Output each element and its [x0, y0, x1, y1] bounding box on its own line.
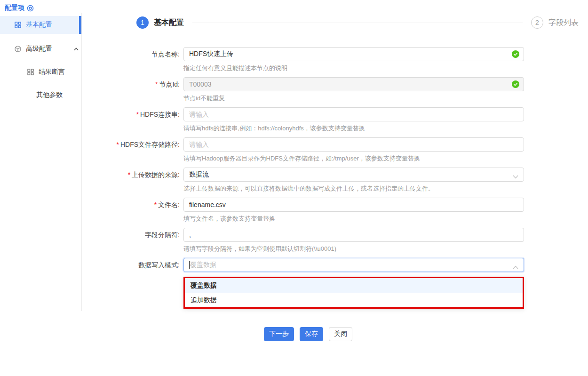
upload-source-select[interactable]: 数据流: [183, 168, 524, 182]
field-help: 请填写字段分隔符，如果为空则使用默认切割符(\\u0001): [183, 245, 524, 253]
delimiter-input[interactable]: [183, 228, 524, 242]
required-mark: *: [154, 201, 157, 208]
target-icon: [27, 5, 34, 12]
field-label: 数据写入模式:: [82, 258, 183, 309]
success-check-icon: [512, 80, 519, 88]
write-mode-select[interactable]: 覆盖数据: [183, 258, 524, 272]
field-label: *文件名:: [82, 198, 183, 223]
required-mark: *: [136, 111, 139, 118]
label-text: HDFS文件存储路径:: [120, 141, 180, 148]
dropdown-option-overwrite[interactable]: 覆盖数据: [185, 278, 523, 293]
form-footer: 下一步 保存 关闭: [264, 327, 529, 341]
label-text: 节点Id:: [159, 80, 180, 88]
step-label: 基本配置: [154, 18, 184, 28]
required-mark: *: [128, 171, 130, 178]
hdfs-connection-input[interactable]: [183, 107, 524, 121]
close-button[interactable]: 关闭: [329, 327, 352, 341]
basic-config-form: 节点名称: 指定任何有意义且能描述本节点的说明 *节点Id:: [82, 47, 529, 341]
field-upload-source: *上传数据的来源: 数据流 选择上传数据的来源，可以直接将数据流中的数据写成文件…: [82, 168, 529, 193]
step-number: 2: [531, 16, 543, 29]
field-help: 指定任何有意义且能描述本节点的说明: [183, 64, 524, 72]
dropdown-option-append[interactable]: 追加数据: [185, 293, 523, 307]
config-header-title: 配置项: [5, 4, 24, 12]
save-button[interactable]: 保存: [300, 327, 323, 341]
sidebar-item-label: 结果断言: [39, 68, 65, 76]
steps-bar: 1 基本配置 2 字段列表: [136, 16, 579, 29]
field-hdfs-path: *HDFS文件存储路径: 请填写Hadoop服务器目录作为HDFS文件存储路径，…: [82, 137, 529, 163]
sidebar: 基本配置 高级配置 结果断言 其他参数: [0, 13, 82, 311]
success-check-icon: [512, 50, 519, 58]
step-number: 1: [136, 16, 149, 29]
write-mode-dropdown-annotation-highlight: 覆盖数据 追加数据: [183, 277, 524, 309]
sidebar-item-result-assertion[interactable]: 结果断言: [0, 65, 81, 79]
field-help: 节点id不能重复: [183, 94, 524, 103]
option-label: 覆盖数据: [191, 281, 217, 290]
field-help: 请填写hdfs的连接串,例如：hdfs://colonyhdfs，该参数支持变量…: [183, 124, 524, 133]
config-section-header: 配置项: [5, 4, 34, 12]
grid-icon: [15, 22, 21, 28]
label-text: 文件名:: [158, 201, 180, 208]
field-help: 选择上传数据的来源，可以直接将数据流中的数据写成文件上传，或者选择指定的上传文件…: [183, 184, 524, 193]
label-text: 上传数据的来源:: [132, 171, 180, 178]
chevron-down-icon: [513, 173, 518, 180]
select-value: 数据流: [189, 170, 209, 179]
hdfs-path-input[interactable]: [183, 137, 524, 152]
text-cursor: [189, 261, 190, 269]
field-label: *上传数据的来源:: [82, 168, 183, 193]
field-write-mode: 数据写入模式: 覆盖数据 覆盖数据 追加数据: [82, 258, 529, 309]
field-delimiter: 字段分隔符: 请填写字段分隔符，如果为空则使用默认切割符(\\u0001): [82, 228, 529, 253]
field-help: 填写文件名，该参数支持变量替换: [183, 215, 524, 223]
field-hdfs-connection: *HDFS连接串: 请填写hdfs的连接串,例如：hdfs://colonyhd…: [82, 107, 529, 133]
field-node-name: 节点名称: 指定任何有意义且能描述本节点的说明: [82, 47, 529, 72]
required-mark: *: [117, 141, 119, 148]
required-mark: *: [155, 80, 158, 88]
cube-icon: [15, 46, 21, 52]
label-text: 字段分隔符:: [145, 231, 180, 239]
field-file-name: *文件名: 填写文件名，该参数支持变量替换: [82, 198, 529, 223]
field-help: 请填写Hadoop服务器目录作为HDFS文件存储路径，如:/tmp/user，该…: [183, 154, 524, 163]
label-text: 数据写入模式:: [138, 261, 180, 269]
sidebar-item-label: 基本配置: [26, 21, 52, 29]
step-divider: [192, 23, 523, 23]
node-config-page: 配置项 基本配置 高级配置 结果断言 其他参: [0, 0, 588, 376]
sidebar-item-label: 高级配置: [26, 45, 52, 53]
step-field-list[interactable]: 2 字段列表: [531, 16, 579, 29]
option-label: 追加数据: [191, 296, 217, 304]
field-label: 字段分隔符:: [82, 228, 183, 253]
chevron-up-icon: [513, 263, 518, 271]
label-text: HDFS连接串:: [140, 111, 180, 118]
sidebar-item-other-params[interactable]: 其他参数: [0, 88, 81, 102]
label-text: 节点名称:: [151, 50, 180, 58]
field-label: 节点名称:: [82, 47, 183, 72]
field-node-id: *节点Id: 节点id不能重复: [82, 77, 529, 103]
sidebar-item-advanced-config[interactable]: 高级配置: [0, 42, 81, 56]
sidebar-item-label: 其他参数: [36, 91, 63, 99]
field-label: *HDFS文件存储路径:: [82, 137, 183, 163]
next-step-button[interactable]: 下一步: [264, 327, 294, 341]
step-label: 字段列表: [548, 18, 579, 28]
select-placeholder: 覆盖数据: [190, 261, 216, 269]
field-label: *HDFS连接串:: [82, 107, 183, 133]
step-basic-config: 1 基本配置: [136, 16, 184, 29]
field-label: *节点Id:: [82, 77, 183, 103]
caret-up-icon[interactable]: [74, 48, 79, 51]
node-id-input: [183, 77, 524, 91]
sidebar-item-basic-config[interactable]: 基本配置: [0, 16, 81, 34]
node-name-input[interactable]: [183, 47, 524, 61]
grid-icon: [27, 69, 34, 75]
file-name-input[interactable]: [183, 198, 524, 212]
